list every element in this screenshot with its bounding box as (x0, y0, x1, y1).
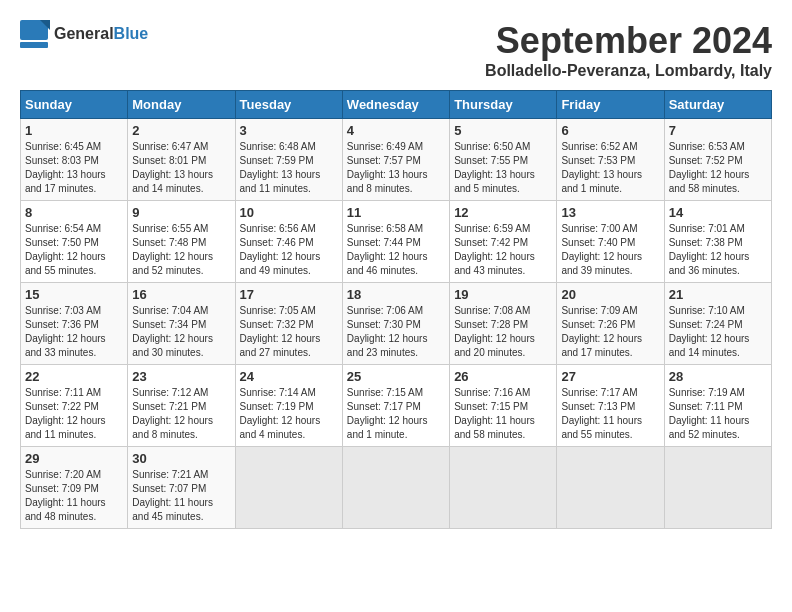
day-detail: Sunrise: 6:50 AMSunset: 7:55 PMDaylight:… (454, 141, 535, 194)
calendar-cell: 1Sunrise: 6:45 AMSunset: 8:03 PMDaylight… (21, 119, 128, 201)
calendar-cell: 21Sunrise: 7:10 AMSunset: 7:24 PMDayligh… (664, 283, 771, 365)
location-title: Bolladello-Peveranza, Lombardy, Italy (485, 62, 772, 80)
day-number: 19 (454, 287, 552, 302)
day-number: 1 (25, 123, 123, 138)
calendar-cell (450, 447, 557, 529)
day-detail: Sunrise: 6:45 AMSunset: 8:03 PMDaylight:… (25, 141, 106, 194)
calendar-cell (557, 447, 664, 529)
calendar-cell: 8Sunrise: 6:54 AMSunset: 7:50 PMDaylight… (21, 201, 128, 283)
calendar-cell: 15Sunrise: 7:03 AMSunset: 7:36 PMDayligh… (21, 283, 128, 365)
calendar-cell: 5Sunrise: 6:50 AMSunset: 7:55 PMDaylight… (450, 119, 557, 201)
month-title: September 2024 (485, 20, 772, 62)
day-number: 14 (669, 205, 767, 220)
svg-rect-2 (20, 42, 48, 48)
day-detail: Sunrise: 7:01 AMSunset: 7:38 PMDaylight:… (669, 223, 750, 276)
day-detail: Sunrise: 7:05 AMSunset: 7:32 PMDaylight:… (240, 305, 321, 358)
day-detail: Sunrise: 6:55 AMSunset: 7:48 PMDaylight:… (132, 223, 213, 276)
day-number: 12 (454, 205, 552, 220)
day-detail: Sunrise: 7:09 AMSunset: 7:26 PMDaylight:… (561, 305, 642, 358)
day-detail: Sunrise: 7:06 AMSunset: 7:30 PMDaylight:… (347, 305, 428, 358)
calendar-cell: 26Sunrise: 7:16 AMSunset: 7:15 PMDayligh… (450, 365, 557, 447)
calendar-cell: 17Sunrise: 7:05 AMSunset: 7:32 PMDayligh… (235, 283, 342, 365)
day-detail: Sunrise: 7:19 AMSunset: 7:11 PMDaylight:… (669, 387, 750, 440)
calendar-week-3: 22Sunrise: 7:11 AMSunset: 7:22 PMDayligh… (21, 365, 772, 447)
calendar-cell: 14Sunrise: 7:01 AMSunset: 7:38 PMDayligh… (664, 201, 771, 283)
day-detail: Sunrise: 6:53 AMSunset: 7:52 PMDaylight:… (669, 141, 750, 194)
calendar-week-2: 15Sunrise: 7:03 AMSunset: 7:36 PMDayligh… (21, 283, 772, 365)
calendar-cell: 20Sunrise: 7:09 AMSunset: 7:26 PMDayligh… (557, 283, 664, 365)
day-number: 24 (240, 369, 338, 384)
day-number: 23 (132, 369, 230, 384)
day-number: 25 (347, 369, 445, 384)
calendar-cell: 11Sunrise: 6:58 AMSunset: 7:44 PMDayligh… (342, 201, 449, 283)
title-section: September 2024 Bolladello-Peveranza, Lom… (485, 20, 772, 80)
calendar-cell: 3Sunrise: 6:48 AMSunset: 7:59 PMDaylight… (235, 119, 342, 201)
calendar-cell: 9Sunrise: 6:55 AMSunset: 7:48 PMDaylight… (128, 201, 235, 283)
calendar-cell: 18Sunrise: 7:06 AMSunset: 7:30 PMDayligh… (342, 283, 449, 365)
col-monday: Monday (128, 91, 235, 119)
calendar-cell: 28Sunrise: 7:19 AMSunset: 7:11 PMDayligh… (664, 365, 771, 447)
day-detail: Sunrise: 7:16 AMSunset: 7:15 PMDaylight:… (454, 387, 535, 440)
calendar-cell: 12Sunrise: 6:59 AMSunset: 7:42 PMDayligh… (450, 201, 557, 283)
calendar-cell: 30Sunrise: 7:21 AMSunset: 7:07 PMDayligh… (128, 447, 235, 529)
day-number: 28 (669, 369, 767, 384)
col-tuesday: Tuesday (235, 91, 342, 119)
calendar-cell: 4Sunrise: 6:49 AMSunset: 7:57 PMDaylight… (342, 119, 449, 201)
day-number: 27 (561, 369, 659, 384)
day-detail: Sunrise: 6:49 AMSunset: 7:57 PMDaylight:… (347, 141, 428, 194)
day-number: 29 (25, 451, 123, 466)
calendar-cell (342, 447, 449, 529)
day-detail: Sunrise: 7:08 AMSunset: 7:28 PMDaylight:… (454, 305, 535, 358)
calendar-cell: 10Sunrise: 6:56 AMSunset: 7:46 PMDayligh… (235, 201, 342, 283)
calendar-table: Sunday Monday Tuesday Wednesday Thursday… (20, 90, 772, 529)
calendar-cell: 22Sunrise: 7:11 AMSunset: 7:22 PMDayligh… (21, 365, 128, 447)
calendar-cell: 24Sunrise: 7:14 AMSunset: 7:19 PMDayligh… (235, 365, 342, 447)
day-detail: Sunrise: 6:58 AMSunset: 7:44 PMDaylight:… (347, 223, 428, 276)
header: GeneralBlue September 2024 Bolladello-Pe… (20, 20, 772, 80)
day-number: 5 (454, 123, 552, 138)
day-number: 20 (561, 287, 659, 302)
day-number: 22 (25, 369, 123, 384)
calendar-cell (664, 447, 771, 529)
col-saturday: Saturday (664, 91, 771, 119)
day-number: 21 (669, 287, 767, 302)
day-number: 3 (240, 123, 338, 138)
day-detail: Sunrise: 7:17 AMSunset: 7:13 PMDaylight:… (561, 387, 642, 440)
calendar-cell (235, 447, 342, 529)
day-detail: Sunrise: 7:00 AMSunset: 7:40 PMDaylight:… (561, 223, 642, 276)
logo: GeneralBlue (20, 20, 148, 48)
day-detail: Sunrise: 7:12 AMSunset: 7:21 PMDaylight:… (132, 387, 213, 440)
day-detail: Sunrise: 7:10 AMSunset: 7:24 PMDaylight:… (669, 305, 750, 358)
day-detail: Sunrise: 6:56 AMSunset: 7:46 PMDaylight:… (240, 223, 321, 276)
logo-blue: Blue (114, 25, 149, 42)
day-number: 18 (347, 287, 445, 302)
calendar-cell: 19Sunrise: 7:08 AMSunset: 7:28 PMDayligh… (450, 283, 557, 365)
day-detail: Sunrise: 7:20 AMSunset: 7:09 PMDaylight:… (25, 469, 106, 522)
day-detail: Sunrise: 7:03 AMSunset: 7:36 PMDaylight:… (25, 305, 106, 358)
calendar-cell: 27Sunrise: 7:17 AMSunset: 7:13 PMDayligh… (557, 365, 664, 447)
logo-general: General (54, 25, 114, 42)
calendar-cell: 7Sunrise: 6:53 AMSunset: 7:52 PMDaylight… (664, 119, 771, 201)
col-sunday: Sunday (21, 91, 128, 119)
day-number: 10 (240, 205, 338, 220)
col-thursday: Thursday (450, 91, 557, 119)
day-detail: Sunrise: 7:11 AMSunset: 7:22 PMDaylight:… (25, 387, 106, 440)
day-detail: Sunrise: 6:59 AMSunset: 7:42 PMDaylight:… (454, 223, 535, 276)
day-number: 8 (25, 205, 123, 220)
day-number: 11 (347, 205, 445, 220)
calendar-cell: 6Sunrise: 6:52 AMSunset: 7:53 PMDaylight… (557, 119, 664, 201)
col-friday: Friday (557, 91, 664, 119)
day-number: 6 (561, 123, 659, 138)
day-detail: Sunrise: 6:52 AMSunset: 7:53 PMDaylight:… (561, 141, 642, 194)
header-row: Sunday Monday Tuesday Wednesday Thursday… (21, 91, 772, 119)
day-number: 26 (454, 369, 552, 384)
day-detail: Sunrise: 6:54 AMSunset: 7:50 PMDaylight:… (25, 223, 106, 276)
day-number: 9 (132, 205, 230, 220)
calendar-cell: 16Sunrise: 7:04 AMSunset: 7:34 PMDayligh… (128, 283, 235, 365)
day-detail: Sunrise: 7:21 AMSunset: 7:07 PMDaylight:… (132, 469, 213, 522)
day-number: 4 (347, 123, 445, 138)
day-detail: Sunrise: 6:48 AMSunset: 7:59 PMDaylight:… (240, 141, 321, 194)
col-wednesday: Wednesday (342, 91, 449, 119)
calendar-week-4: 29Sunrise: 7:20 AMSunset: 7:09 PMDayligh… (21, 447, 772, 529)
day-detail: Sunrise: 6:47 AMSunset: 8:01 PMDaylight:… (132, 141, 213, 194)
